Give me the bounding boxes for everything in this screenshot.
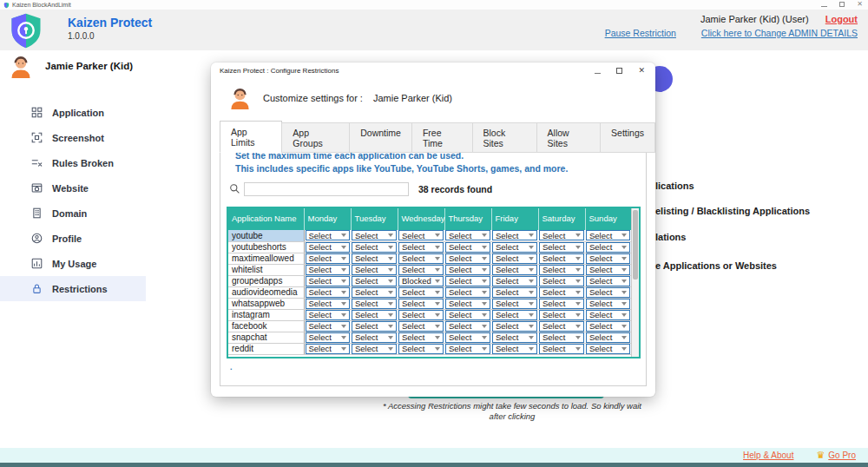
day-select[interactable]: Select bbox=[306, 242, 351, 253]
day-select[interactable]: Select bbox=[352, 287, 397, 298]
dialog-minimize-button[interactable] bbox=[595, 73, 601, 74]
day-select[interactable]: Select bbox=[492, 332, 537, 343]
day-select[interactable]: Select bbox=[352, 276, 397, 286]
day-select[interactable]: Select bbox=[492, 242, 537, 253]
day-select[interactable]: Select bbox=[398, 230, 444, 240]
application-name-cell[interactable]: reddit bbox=[228, 343, 304, 354]
window-close-button[interactable]: ✕ bbox=[857, 1, 863, 8]
day-select[interactable]: Select bbox=[306, 344, 351, 354]
tab-settings[interactable]: Settings bbox=[600, 122, 655, 153]
day-select[interactable]: Select bbox=[586, 321, 630, 332]
sidebar-item-my-usage[interactable]: My Usage bbox=[0, 251, 146, 276]
table-scrollbar[interactable] bbox=[631, 208, 639, 357]
day-select[interactable]: Select bbox=[445, 276, 490, 286]
dialog-close-button[interactable]: ✕ bbox=[638, 67, 645, 75]
day-select[interactable]: Select bbox=[492, 321, 537, 332]
day-select[interactable]: Select bbox=[352, 321, 397, 332]
change-admin-details-link[interactable]: Click here to Change ADMIN DETAILS bbox=[701, 28, 858, 38]
day-select[interactable]: Select bbox=[586, 299, 630, 309]
day-select[interactable]: Select bbox=[352, 265, 397, 275]
day-select[interactable]: Select bbox=[539, 242, 584, 253]
day-select[interactable]: Select bbox=[586, 287, 630, 298]
day-select[interactable]: Select bbox=[445, 299, 490, 309]
sidebar-item-screenshot[interactable]: Screenshot bbox=[0, 125, 146, 150]
day-select[interactable]: Select bbox=[539, 253, 584, 264]
application-name-cell[interactable]: groupedapps bbox=[228, 275, 304, 286]
day-select[interactable]: Select bbox=[306, 230, 351, 240]
day-select[interactable]: Select bbox=[398, 299, 444, 309]
window-maximize-button[interactable] bbox=[839, 2, 845, 7]
day-select[interactable]: Select bbox=[492, 299, 537, 309]
day-select[interactable]: Select bbox=[492, 265, 537, 275]
day-select[interactable]: Select bbox=[539, 321, 584, 332]
application-name-cell[interactable]: whatsappweb bbox=[228, 298, 304, 309]
day-select[interactable]: Select bbox=[586, 310, 630, 320]
application-name-cell[interactable]: youtube bbox=[228, 230, 304, 241]
day-select[interactable]: Select bbox=[492, 344, 537, 354]
day-select[interactable]: Select bbox=[445, 344, 490, 354]
dialog-maximize-button[interactable] bbox=[616, 68, 622, 74]
help-about-link[interactable]: Help & About bbox=[743, 451, 793, 460]
tab-app-groups[interactable]: App Groups bbox=[281, 122, 350, 153]
day-select[interactable]: Blocked bbox=[398, 276, 444, 286]
application-name-cell[interactable]: facebook bbox=[228, 320, 304, 332]
day-select[interactable]: Select bbox=[492, 230, 537, 240]
application-name-cell[interactable]: audiovideomedia bbox=[228, 286, 304, 298]
day-select[interactable]: Select bbox=[539, 332, 584, 343]
day-select[interactable]: Select bbox=[586, 276, 630, 286]
day-select[interactable]: Select bbox=[306, 287, 351, 298]
tab-app-limits[interactable]: App Limits bbox=[220, 121, 282, 153]
day-select[interactable]: Select bbox=[445, 332, 490, 343]
day-select[interactable]: Select bbox=[492, 310, 537, 320]
day-select[interactable]: Select bbox=[306, 276, 351, 286]
day-select[interactable]: Select bbox=[398, 287, 444, 298]
day-select[interactable]: Select bbox=[398, 332, 444, 343]
day-select[interactable]: Select bbox=[306, 332, 351, 343]
day-select[interactable]: Select bbox=[398, 265, 444, 275]
sidebar-item-restrictions[interactable]: Restrictions bbox=[0, 276, 146, 301]
application-name-cell[interactable]: whitelist bbox=[228, 264, 304, 275]
day-select[interactable]: Select bbox=[539, 299, 584, 309]
tab-downtime[interactable]: Downtime bbox=[349, 122, 412, 153]
day-select[interactable]: Select bbox=[492, 253, 537, 264]
application-name-cell[interactable]: maxtimeallowed bbox=[228, 253, 304, 264]
application-name-cell[interactable]: youtubeshorts bbox=[228, 241, 304, 253]
day-select[interactable]: Select bbox=[306, 253, 351, 264]
day-select[interactable]: Select bbox=[445, 265, 490, 275]
sidebar-item-profile[interactable]: Profile bbox=[0, 226, 146, 251]
day-select[interactable]: Select bbox=[445, 310, 490, 320]
day-select[interactable]: Select bbox=[445, 253, 490, 264]
day-select[interactable]: Select bbox=[445, 287, 490, 298]
day-select[interactable]: Select bbox=[539, 344, 584, 354]
day-select[interactable]: Select bbox=[586, 265, 630, 275]
day-select[interactable]: Select bbox=[539, 276, 584, 286]
sidebar-item-domain[interactable]: Domain bbox=[0, 201, 146, 226]
day-select[interactable]: Select bbox=[352, 332, 397, 343]
day-select[interactable]: Select bbox=[492, 276, 537, 286]
day-select[interactable]: Select bbox=[352, 310, 397, 320]
day-select[interactable]: Select bbox=[306, 299, 351, 309]
application-name-cell[interactable]: instagram bbox=[228, 309, 304, 320]
day-select[interactable]: Select bbox=[586, 332, 630, 343]
day-select[interactable]: Select bbox=[306, 321, 351, 332]
day-select[interactable]: Select bbox=[539, 265, 584, 275]
day-select[interactable]: Select bbox=[445, 242, 490, 253]
logout-link[interactable]: Logout bbox=[825, 14, 858, 24]
day-select[interactable]: Select bbox=[352, 299, 397, 309]
scrollbar-thumb[interactable] bbox=[633, 210, 638, 280]
day-select[interactable]: Select bbox=[445, 321, 490, 332]
sidebar-item-rules-broken[interactable]: Rules Broken bbox=[0, 150, 146, 175]
go-pro-link[interactable]: Go Pro bbox=[828, 451, 856, 460]
day-select[interactable]: Select bbox=[539, 310, 584, 320]
day-select[interactable]: Select bbox=[352, 230, 397, 240]
sidebar-item-website[interactable]: Website bbox=[0, 175, 146, 201]
sidebar-item-application[interactable]: Application bbox=[0, 100, 146, 125]
day-select[interactable]: Select bbox=[398, 321, 444, 332]
day-select[interactable]: Select bbox=[352, 242, 397, 253]
day-select[interactable]: Select bbox=[539, 230, 584, 240]
day-select[interactable]: Select bbox=[352, 344, 397, 354]
day-select[interactable]: Select bbox=[586, 242, 630, 253]
day-select[interactable]: Select bbox=[352, 253, 397, 264]
day-select[interactable]: Select bbox=[306, 265, 351, 275]
day-select[interactable]: Select bbox=[492, 287, 537, 298]
